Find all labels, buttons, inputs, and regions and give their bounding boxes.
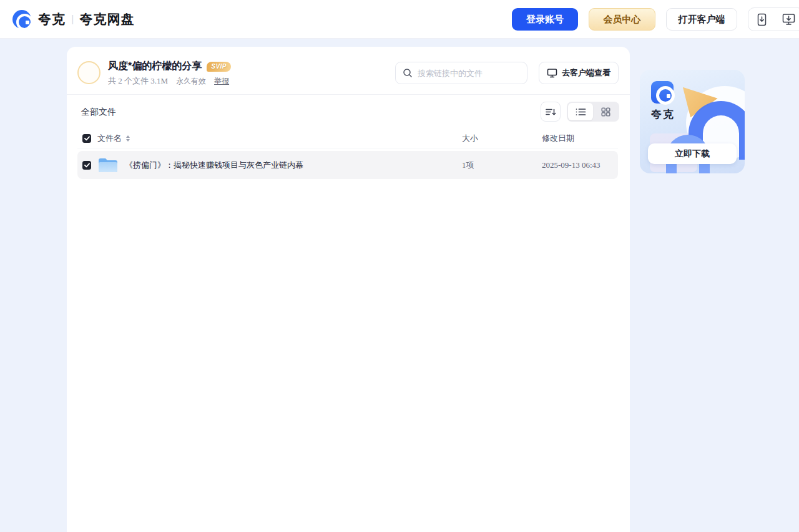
share-validity: 永久有效 [176,76,206,87]
login-button[interactable]: 登录账号 [512,8,578,31]
file-row[interactable]: 《捞偏门》：揭秘快速赚钱项目与灰色产业链内幕 1项 2025-09-13 06:… [77,151,618,179]
app-promo-card: 夸克 立即下载 [640,70,745,173]
share-panel: 风度*偏的柠檬的分享 SVIP 共 2 个文件 3.1M 永久有效 举报 [67,47,630,532]
view-in-client-label: 去客户端查看 [562,67,610,79]
grid-view-button[interactable] [593,103,618,120]
quark-app-icon [651,81,674,104]
monitor-icon [547,68,557,78]
brand-divider: | [71,13,74,26]
list-view-button[interactable] [568,103,593,120]
folder-icon [97,157,119,174]
file-name[interactable]: 《捞偏门》：揭秘快速赚钱项目与灰色产业链内幕 [125,160,303,171]
header-actions: 登录账号 会员中心 打开客户端 [512,7,799,31]
search-box [395,62,527,84]
open-client-button[interactable]: 打开客户端 [666,8,737,31]
column-header-size: 大小 [462,133,542,144]
download-apps-group [748,7,799,31]
view-in-client-button[interactable]: 去客户端查看 [539,62,619,84]
view-mode-switch [567,102,619,122]
file-table-header: 文件名 大小 修改日期 [77,129,618,148]
phone-download-icon[interactable] [757,13,767,26]
all-files-title: 全部文件 [81,107,116,118]
list-view-icon [576,108,586,116]
share-title: 风度*偏的柠檬的分享 [108,60,202,73]
select-all-checkbox[interactable] [82,134,91,143]
report-link[interactable]: 举报 [214,76,229,87]
name-sort-carets-icon[interactable] [126,135,130,142]
file-date: 2025-09-13 06:43 [542,160,618,170]
brand-name: 夸克 [38,11,66,28]
share-header: 风度*偏的柠檬的分享 SVIP 共 2 个文件 3.1M 永久有效 举报 [67,47,630,95]
share-file-count: 共 2 个文件 3.1M [108,75,168,87]
quark-logo-icon [12,10,31,29]
svip-badge: SVIP [207,62,231,72]
grid-view-icon [601,107,610,117]
download-now-button[interactable]: 立即下载 [648,143,737,164]
row-checkbox[interactable] [82,161,91,170]
sort-order-button[interactable] [541,102,561,122]
desktop-download-icon[interactable] [782,13,795,26]
column-header-date: 修改日期 [542,133,618,144]
sort-icon [545,107,556,117]
search-input[interactable] [418,69,520,78]
promo-app-name: 夸克 [651,107,675,122]
search-icon [403,68,413,78]
brand-logo-link[interactable]: 夸克 | 夸克网盘 [12,0,134,39]
product-name: 夸克网盘 [79,11,134,28]
vip-center-button[interactable]: 会员中心 [589,8,655,31]
sharer-avatar [77,61,100,84]
column-header-name[interactable]: 文件名 [97,133,122,144]
share-meta: 共 2 个文件 3.1M 永久有效 举报 [108,75,229,87]
file-size: 1项 [462,160,542,171]
top-header: 夸克 | 夸克网盘 登录账号 会员中心 打开客户端 [0,0,799,39]
